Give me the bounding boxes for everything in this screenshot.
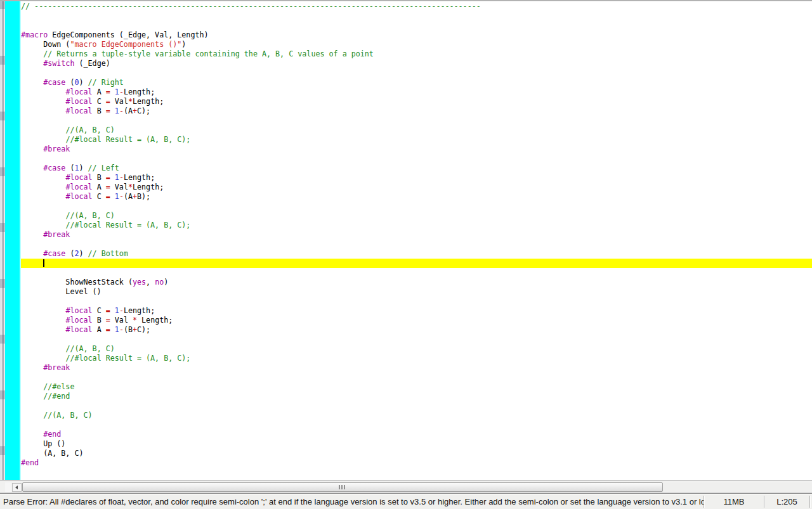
code-line[interactable]: #break <box>21 363 812 373</box>
code-line[interactable]: #case (2) // Bottom <box>21 249 812 259</box>
code-line[interactable] <box>21 268 812 278</box>
status-message: Parse Error: All #declares of float, vec… <box>0 497 704 506</box>
code-token: * <box>128 183 133 191</box>
horizontal-scrollbar[interactable] <box>0 480 812 493</box>
code-line[interactable]: #local C = Val*Length; <box>21 97 812 106</box>
code-token: 2 <box>74 249 79 258</box>
code-token <box>21 382 43 391</box>
code-token: //(A, B, C) <box>65 344 114 353</box>
code-token <box>21 183 65 191</box>
code-line[interactable]: #macro EdgeComponents (_Edge, Val, Lengt… <box>21 30 812 40</box>
code-token: #local <box>65 306 92 315</box>
code-line[interactable]: //#local Result = (A, B, C); <box>21 221 812 230</box>
code-token: //(A, B, C) <box>43 411 92 420</box>
code-line[interactable]: Down ("macro EdgeComponents ()") <box>21 40 812 49</box>
code-line[interactable] <box>21 240 812 249</box>
code-line[interactable]: #local B = Val * Length; <box>21 316 812 325</box>
code-line[interactable]: // -------------------------------------… <box>21 2 812 11</box>
code-line[interactable]: Up () <box>21 439 812 449</box>
code-line[interactable] <box>21 68 812 78</box>
code-line[interactable] <box>21 154 812 164</box>
code-line[interactable]: #local A = 1-(B+C); <box>21 325 812 335</box>
code-line[interactable]: #case (1) // Left <box>21 164 812 173</box>
code-line[interactable]: //#else <box>21 382 812 392</box>
code-token: - <box>119 192 124 201</box>
code-token <box>21 259 43 267</box>
scrollbar-thumb[interactable] <box>22 482 663 492</box>
code-line[interactable] <box>21 21 812 30</box>
code-line[interactable]: //(A, B, C) <box>21 211 812 221</box>
code-token <box>110 325 115 334</box>
code-token: // -------------------------------------… <box>21 2 481 11</box>
code-line[interactable]: #case (0) // Right <box>21 78 812 87</box>
window-left-border <box>0 0 5 480</box>
code-line[interactable] <box>21 116 812 126</box>
code-line[interactable]: #switch (_Edge) <box>21 59 812 68</box>
code-token: // Bottom <box>88 249 128 258</box>
code-token: C); <box>137 106 150 115</box>
code-line[interactable]: //#end <box>21 392 812 401</box>
code-line[interactable]: //#local Result = (A, B, C); <box>21 135 812 145</box>
code-token <box>21 106 65 115</box>
status-memory: 11MB <box>704 497 764 506</box>
code-token: #local <box>65 192 92 201</box>
code-line[interactable]: (A, B, C) <box>21 449 812 458</box>
code-line[interactable]: // Returns a tuple-style variable contai… <box>21 49 812 59</box>
code-line[interactable] <box>21 202 812 211</box>
editor-selection-margin[interactable] <box>5 1 21 480</box>
code-line[interactable]: #local B = 1-Length; <box>21 173 812 183</box>
code-line[interactable] <box>21 401 812 411</box>
code-line[interactable]: #end <box>21 430 812 439</box>
code-line[interactable] <box>21 373 812 382</box>
code-token: Up () <box>21 439 65 448</box>
code-line[interactable] <box>21 259 812 268</box>
code-line[interactable] <box>21 468 812 477</box>
code-line[interactable] <box>21 11 812 21</box>
code-line[interactable]: Level () <box>21 287 812 297</box>
code-token: #local <box>65 325 92 334</box>
scroll-left-button[interactable] <box>12 483 22 492</box>
code-line[interactable]: #local A = Val*Length; <box>21 183 812 192</box>
code-token: #local <box>65 97 92 106</box>
text-caret <box>43 259 44 267</box>
code-token <box>21 192 65 201</box>
code-area[interactable]: // -------------------------------------… <box>21 1 812 480</box>
status-bar: Parse Error: All #declares of float, vec… <box>0 494 812 509</box>
code-line[interactable] <box>21 420 812 430</box>
code-token: "macro EdgeComponents ()" <box>70 40 181 49</box>
code-token <box>21 145 43 153</box>
code-line[interactable]: #local C = 1-Length; <box>21 306 812 316</box>
code-token: #local <box>65 87 92 96</box>
code-token: // Left <box>88 164 119 172</box>
code-line[interactable]: #break <box>21 145 812 154</box>
code-token: #end <box>21 458 39 467</box>
code-token: (A, B, C) <box>21 449 84 458</box>
code-line[interactable]: //#local Result = (A, B, C); <box>21 354 812 363</box>
code-token: Down ( <box>21 40 70 49</box>
code-token: Level () <box>21 287 102 296</box>
code-token <box>21 173 65 182</box>
code-token <box>110 192 115 201</box>
code-token: ) <box>79 249 88 258</box>
code-token <box>110 173 115 182</box>
code-line[interactable]: #break <box>21 230 812 240</box>
code-line[interactable]: #end <box>21 458 812 468</box>
code-line[interactable]: ShowNestStack (yes, no) <box>21 278 812 287</box>
code-token: #case <box>43 78 65 87</box>
code-line[interactable]: //(A, B, C) <box>21 344 812 354</box>
code-token: = <box>106 316 110 325</box>
code-token: = <box>106 173 110 182</box>
code-line[interactable] <box>21 335 812 344</box>
code-line[interactable]: //(A, B, C) <box>21 126 812 135</box>
code-line[interactable]: #local C = 1-(A+B); <box>21 192 812 202</box>
code-line[interactable]: //(A, B, C) <box>21 411 812 420</box>
code-token: no <box>155 278 164 287</box>
code-line[interactable]: #local B = 1-(A+C); <box>21 106 812 116</box>
code-token <box>21 211 65 220</box>
code-line[interactable]: #local A = 1-Length; <box>21 87 812 97</box>
code-token: //#local Result = (A, B, C); <box>65 221 190 229</box>
code-line[interactable] <box>21 297 812 306</box>
scrollbar-track[interactable] <box>663 482 812 492</box>
code-token: C <box>93 97 106 106</box>
code-token: //#local Result = (A, B, C); <box>65 135 190 144</box>
